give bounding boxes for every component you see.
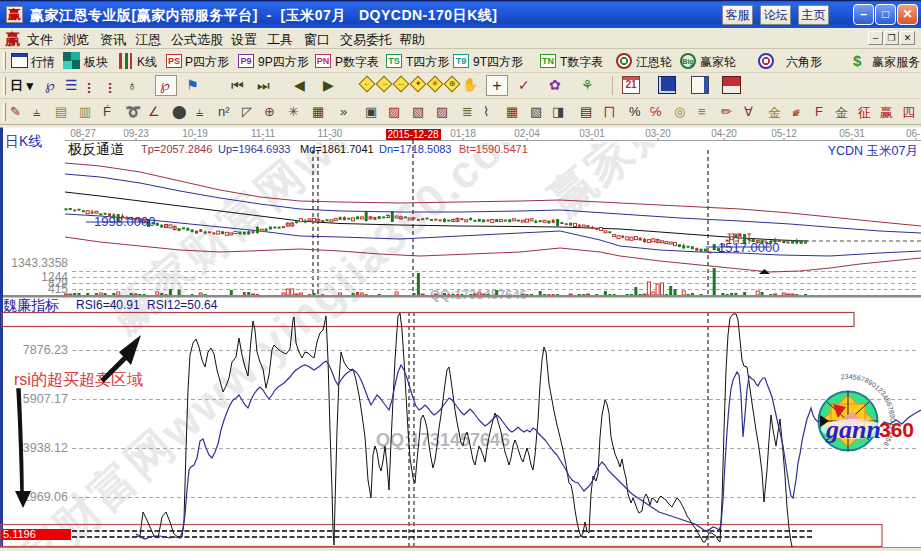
svg-text:Up=1964.6933: Up=1964.6933	[218, 143, 290, 155]
svg-text:Bt=1590.5471: Bt=1590.5471	[459, 143, 528, 155]
svg-text:01-18: 01-18	[450, 128, 476, 139]
svg-text:gann: gann	[825, 415, 881, 444]
svg-text:05-31: 05-31	[839, 128, 865, 139]
svg-text:极反通道: 极反通道	[67, 141, 124, 157]
svg-text:11-11: 11-11	[251, 128, 276, 139]
svg-text:360: 360	[879, 418, 914, 441]
svg-text:03-20: 03-20	[645, 128, 671, 139]
svg-text:09-23: 09-23	[123, 128, 149, 139]
svg-text:rsi的超买超卖区域: rsi的超买超卖区域	[14, 371, 143, 388]
svg-text:Md=1861.7041: Md=1861.7041	[300, 143, 374, 155]
svg-text:YCDN 玉米07月: YCDN 玉米07月	[828, 144, 918, 158]
svg-text:11-30: 11-30	[318, 128, 343, 139]
svg-text:06-1: 06-1	[906, 128, 921, 139]
svg-text:3938.12: 3938.12	[23, 441, 68, 455]
svg-text:Tp=2057.2846: Tp=2057.2846	[141, 143, 212, 155]
svg-text:Dn=1718.5083: Dn=1718.5083	[379, 143, 451, 155]
svg-text:10-19: 10-19	[182, 128, 208, 139]
svg-text:03-01: 03-01	[579, 128, 605, 139]
svg-text:7876.23: 7876.23	[23, 343, 68, 357]
svg-text:RSI12=50.64: RSI12=50.64	[147, 298, 218, 312]
svg-text:2015-12-28: 2015-12-28	[387, 129, 439, 140]
svg-text:1343.3358: 1343.3358	[11, 256, 68, 270]
svg-text:RSI6=40.91: RSI6=40.91	[76, 298, 140, 312]
svg-text:08-27: 08-27	[70, 128, 96, 139]
svg-text:02-04: 02-04	[514, 128, 540, 139]
svg-text:04-20: 04-20	[711, 128, 737, 139]
svg-text:魏廉指标: 魏廉指标	[3, 297, 59, 313]
svg-text:5907.17: 5907.17	[23, 392, 68, 406]
svg-text:05-12: 05-12	[771, 128, 797, 139]
svg-text:5.1196: 5.1196	[3, 528, 36, 540]
